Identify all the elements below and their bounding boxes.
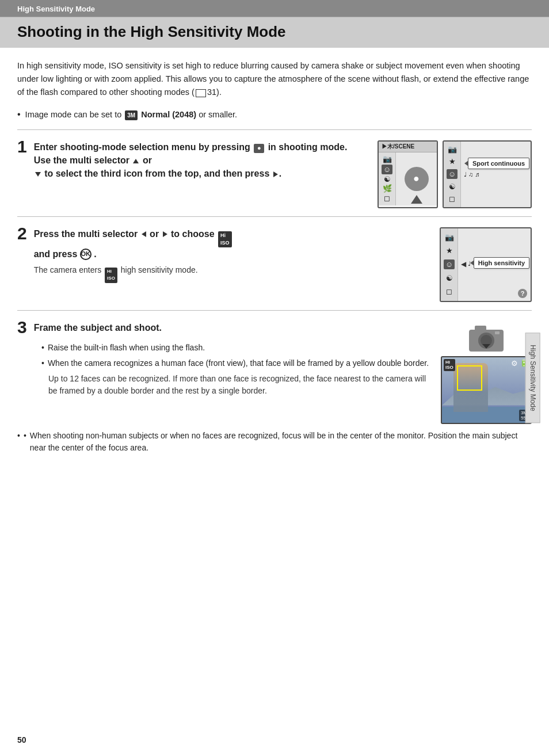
- step2-number-text: 2 Press the multi selector or to choose …: [17, 227, 428, 283]
- step1-description: Enter shooting-mode selection menu by pr…: [34, 140, 366, 181]
- step1-tooltip: Sport continuous: [468, 158, 529, 169]
- vf-face-frame: [457, 365, 482, 391]
- s2-p-icon3: ☺: [444, 259, 455, 269]
- normal-2048-icon: 3M: [125, 110, 138, 120]
- step2-tooltip: High sensitivity: [474, 257, 529, 269]
- step3-content: 3 Frame the subject and shoot. Raise the…: [17, 321, 532, 424]
- step2-panel: 📷 ★ ☺ ☯ ◻ ◀ ♩ ✈ ♬ High: [440, 227, 532, 302]
- s2-p-icon5: ◻: [446, 287, 452, 296]
- step1-section: 1 Enter shooting-mode selection menu by …: [17, 129, 532, 214]
- camera-circle-icon: ●: [413, 173, 420, 185]
- svg-rect-4: [495, 331, 500, 334]
- tri-up-icon: [133, 159, 139, 163]
- intro-paragraph: In high sensitivity mode, ISO sensitivit…: [17, 59, 532, 100]
- step3-bullet3: • When shooting non-human subjects or wh…: [17, 430, 532, 455]
- left-arrow-indicator: ◀: [461, 259, 466, 268]
- step3-section: 3 Frame the subject and shoot. Raise the…: [17, 310, 532, 464]
- s2-p-icon1: 📷: [445, 233, 454, 242]
- step3-heading: 3 Frame the subject and shoot.: [17, 321, 433, 336]
- panel-icon3: ☺: [447, 169, 458, 179]
- step3-left: 3 Frame the subject and shoot. Raise the…: [17, 321, 433, 424]
- sp-icon5: ◻: [384, 194, 390, 203]
- step1-text: Enter shooting-mode selection menu by pr…: [34, 140, 366, 181]
- page-number: 50: [17, 735, 26, 744]
- gear-vf-icon: ⚙: [511, 359, 518, 368]
- book-icon-ref: [196, 89, 206, 97]
- tri-right2-icon: [163, 231, 167, 237]
- step3-bullets: Raise the built-in flash when using the …: [41, 342, 433, 398]
- step2-section: 2 Press the multi selector or to choose …: [17, 216, 532, 308]
- page-title: Shooting in the High Sensitivity Mode: [17, 23, 532, 41]
- step3-bullet1: Raise the built-in flash when using the …: [41, 342, 433, 354]
- panel-icon2: ★: [449, 157, 456, 166]
- camera-body-svg: [466, 321, 506, 353]
- hi-iso-badge: HiISO: [218, 231, 232, 247]
- viewfinder-display: HiISO ⚙ 🔋 3M55: [441, 356, 532, 424]
- step1-left: 1 Enter shooting-mode selection menu by …: [17, 140, 366, 181]
- s2-p-icon4: ☯: [446, 274, 453, 282]
- tooltip-arrow: [464, 161, 468, 166]
- sp-icon3: ☯: [384, 175, 391, 184]
- main-content: In high sensitivity mode, ISO sensitivit…: [0, 48, 549, 475]
- step2-image: 📷 ★ ☺ ☯ ◻ ◀ ♩ ✈ ♬ High: [440, 227, 532, 302]
- step2-description: Press the multi selector or to choose Hi…: [34, 227, 233, 283]
- step3-bullet2: When the camera recognizes a human face …: [41, 357, 433, 369]
- ok-button-icon: OK: [80, 249, 92, 260]
- header-title: High Sensitivity Mode: [17, 5, 95, 13]
- scene-selector-mockup: ▶木/SCENE 📷 ☺ ☯ 🌿 ◻: [378, 140, 438, 208]
- bullet1-end: or smaller.: [199, 110, 237, 119]
- step3-sub: Up to 12 faces can be recognized. If mor…: [48, 373, 433, 398]
- step1-images: ▶木/SCENE 📷 ☺ ☯ 🌿 ◻: [378, 140, 532, 208]
- arrow-up-indicator: [411, 195, 422, 204]
- camera-icon: ●: [254, 144, 264, 153]
- step2-row: 2 Press the multi selector or to choose …: [17, 227, 532, 302]
- help-icon: ?: [518, 289, 527, 298]
- tri-down-icon: [35, 172, 41, 177]
- header-bar: High Sensitivity Mode: [0, 0, 549, 17]
- hi-iso-badge2: HiISO: [105, 268, 117, 283]
- step2-left: 2 Press the multi selector or to choose …: [17, 227, 428, 283]
- step2-sub: The camera enters HiISO high sensitivity…: [34, 264, 233, 283]
- title-section: Shooting in the High Sensitivity Mode: [0, 17, 549, 48]
- step2-text: Press the multi selector or to choose Hi…: [34, 227, 233, 261]
- step1-number: 1: [17, 138, 27, 155]
- step3-text: Frame the subject and shoot.: [34, 321, 162, 334]
- panel-icon4: ☯: [449, 182, 456, 191]
- scene-label: ▶木/SCENE: [382, 143, 414, 151]
- step2-number: 2: [17, 225, 27, 242]
- sport-icons: ♩ ♫ ♬: [464, 170, 480, 178]
- intro-ref: 31: [207, 87, 216, 97]
- scene-panel-tooltip: 📷 ★ ☺ ☯ ◻ ♩ ♫ ♬ Sport continuous: [443, 140, 532, 208]
- page-wrapper: High Sensitivity Mode Shooting in the Hi…: [0, 0, 549, 756]
- intro-text: In high sensitivity mode, ISO sensitivit…: [17, 61, 529, 97]
- sp-icon1: 📷: [383, 155, 392, 163]
- step3-number: 3: [17, 319, 27, 336]
- panel-icon5: ◻: [449, 194, 455, 203]
- tooltip2-arrow: [470, 260, 474, 266]
- bullet-image-mode-text: Image mode can be set to 3M Normal (2048…: [25, 109, 237, 121]
- s2-p-icon2: ★: [446, 246, 453, 255]
- tri-left-icon: [142, 231, 146, 237]
- bullet-image-mode: Image mode can be set to 3M Normal (2048…: [17, 108, 532, 121]
- sp-icon4: 🌿: [383, 184, 392, 193]
- svg-rect-1: [475, 326, 486, 331]
- step1-number-text: 1 Enter shooting-mode selection menu by …: [17, 140, 366, 181]
- intro-end: ).: [216, 87, 222, 97]
- step3-right: HiISO ⚙ 🔋 3M55: [441, 321, 532, 424]
- hi-iso-vf-badge: HiISO: [444, 359, 455, 371]
- panel-icon1: 📷: [448, 145, 457, 154]
- tri-right-icon: [273, 171, 278, 177]
- side-label: High Sensitivity Mode: [525, 333, 540, 423]
- sp-icon2: ☺: [382, 165, 392, 174]
- step1-row: 1 Enter shooting-mode selection menu by …: [17, 140, 532, 208]
- step3-last-bullet-container: • When shooting non-human subjects or wh…: [17, 430, 532, 455]
- normal-2048-label: Normal (2048): [141, 110, 196, 119]
